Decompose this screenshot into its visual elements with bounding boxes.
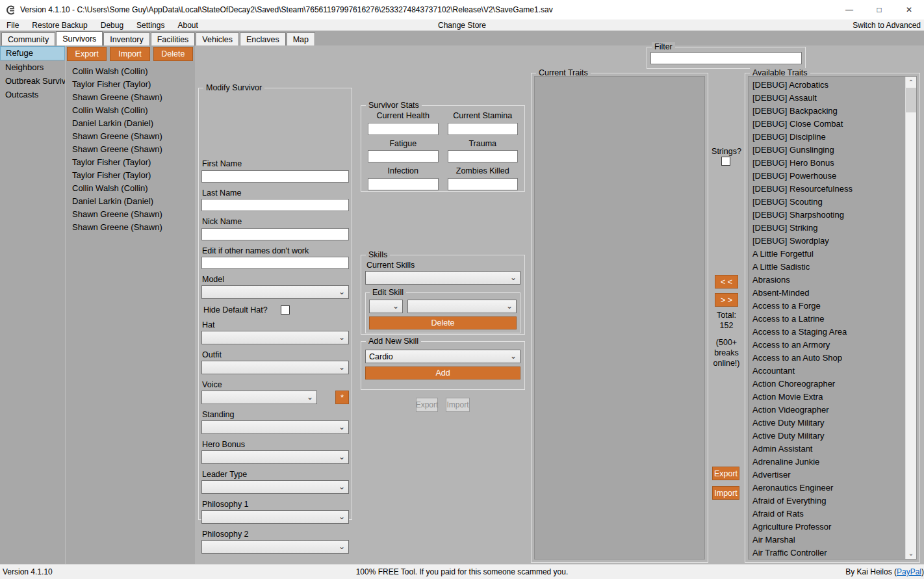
trait-item[interactable]: [DEBUG] Powerhouse [749, 170, 903, 183]
trait-item[interactable]: Absent-Minded [749, 287, 903, 300]
menu-settings[interactable]: Settings [130, 21, 171, 30]
tab-community[interactable]: Community [1, 32, 55, 45]
trait-item[interactable]: [DEBUG] Hero Bonus [749, 157, 903, 170]
move-right-button[interactable]: > > [715, 293, 738, 307]
tab-inventory[interactable]: Inventory [103, 32, 149, 45]
skills-export-button[interactable]: Export [416, 398, 438, 412]
survivor-list-item[interactable]: Shawn Greene (Shawn) [66, 208, 195, 221]
trait-item[interactable]: [DEBUG] Backpacking [749, 105, 903, 118]
add-skill-button[interactable]: Add [365, 367, 520, 380]
standing-dropdown[interactable]: ⌄ [201, 420, 349, 434]
trait-item[interactable]: Access to a Staging Area [749, 326, 903, 339]
stat-input[interactable] [448, 150, 519, 162]
model-dropdown[interactable]: ⌄ [201, 285, 349, 299]
maximize-button[interactable]: □ [864, 0, 894, 19]
tab-facilities[interactable]: Facilities [151, 32, 196, 45]
survivor-list-item[interactable]: Shawn Greene (Shawn) [66, 143, 195, 156]
survivor-list-item[interactable]: Collin Walsh (Collin) [66, 182, 195, 195]
leader-type-dropdown[interactable]: ⌄ [201, 480, 349, 494]
scroll-up-icon[interactable]: ⌃ [906, 77, 916, 88]
last-name-field[interactable] [201, 199, 349, 211]
philosophy1-dropdown[interactable]: ⌄ [201, 510, 349, 524]
tab-vehicles[interactable]: Vehicles [196, 32, 239, 45]
stat-input[interactable] [368, 178, 439, 190]
delete-skill-button[interactable]: Delete [369, 316, 517, 329]
survivor-list-item[interactable]: Shawn Greene (Shawn) [66, 221, 195, 234]
hide-default-hat-checkbox[interactable] [281, 305, 290, 315]
trait-item[interactable]: [DEBUG] Scouting [749, 196, 903, 209]
trait-item[interactable]: Air Marshal [749, 534, 903, 547]
voice-random-button[interactable]: * [335, 391, 349, 404]
survivor-export-button[interactable]: Export [67, 47, 107, 61]
survivor-delete-button[interactable]: Delete [153, 47, 193, 61]
voice-dropdown[interactable]: ⌄ [201, 391, 317, 404]
current-traits-list[interactable] [534, 76, 705, 560]
trait-item[interactable]: Aeronautics Engineer [749, 482, 903, 495]
move-left-button[interactable]: < < [715, 275, 738, 289]
minimize-button[interactable]: — [834, 0, 864, 19]
menu-file[interactable]: File [0, 21, 25, 30]
menu-change-store[interactable]: Change Store [431, 21, 493, 30]
trait-item[interactable]: Afraid of Everything [749, 495, 903, 508]
trait-item[interactable]: [DEBUG] Swordplay [749, 235, 903, 248]
nick-name-field[interactable] [201, 228, 349, 240]
hat-dropdown[interactable]: ⌄ [201, 331, 349, 344]
trait-item[interactable]: Access to a Forge [749, 300, 903, 313]
trait-item[interactable]: A Little Forgetful [749, 248, 903, 261]
trait-item[interactable]: [DEBUG] Assault [749, 92, 903, 105]
first-name-field[interactable] [201, 170, 349, 183]
trait-item[interactable]: [DEBUG] Gunslinging [749, 144, 903, 157]
trait-item[interactable]: Action Movie Extra [749, 391, 903, 404]
tab-survivors[interactable]: Survivors [56, 31, 103, 45]
trait-item[interactable]: Advertiser [749, 469, 903, 482]
scrollbar-thumb[interactable] [906, 88, 916, 112]
trait-item[interactable]: [DEBUG] Sharpshooting [749, 209, 903, 222]
current-skills-dropdown[interactable]: ⌄ [365, 271, 520, 285]
strings-checkbox[interactable] [721, 157, 730, 166]
menu-restore-backup[interactable]: Restore Backup [25, 21, 94, 30]
trait-item[interactable]: Adrenaline Junkie [749, 456, 903, 469]
traits-export-button[interactable]: Export [712, 467, 739, 480]
trait-item[interactable]: [DEBUG] Resourcefulness [749, 183, 903, 196]
stat-input[interactable] [368, 150, 439, 162]
skill-spec-dropdown[interactable]: ⌄ [407, 300, 517, 313]
stat-input[interactable] [368, 123, 439, 135]
trait-item[interactable]: Access to a Latrine [749, 313, 903, 326]
menu-debug[interactable]: Debug [94, 21, 130, 30]
trait-item[interactable]: Admin Assistant [749, 443, 903, 456]
survivor-import-button[interactable]: Import [110, 47, 149, 61]
sidebar-item-outcasts[interactable]: Outcasts [0, 88, 65, 101]
trait-item[interactable]: Active Duty Military [749, 430, 903, 443]
survivor-list-item[interactable]: Daniel Larkin (Daniel) [66, 117, 195, 130]
available-traits-list[interactable]: [DEBUG] Acrobatics [DEBUG] Assault [DEBU… [748, 76, 917, 560]
trait-item[interactable]: Active Duty Military [749, 417, 903, 430]
survivor-list-item[interactable]: Collin Walsh (Collin) [66, 65, 195, 78]
filter-input[interactable] [650, 52, 802, 64]
survivor-list-item[interactable]: Daniel Larkin (Daniel) [66, 195, 195, 208]
stat-input[interactable] [448, 178, 519, 190]
trait-item[interactable]: Access to an Armory [749, 339, 903, 352]
outfit-dropdown[interactable]: ⌄ [201, 361, 349, 374]
survivor-list-item[interactable]: Taylor Fisher (Taylor) [66, 169, 195, 182]
trait-item[interactable]: Action Videographer [749, 404, 903, 417]
close-button[interactable]: ✕ [894, 0, 924, 19]
add-new-skill-dropdown[interactable]: Cardio⌄ [365, 350, 520, 363]
paypal-link[interactable]: PayPal [897, 567, 921, 576]
traits-scrollbar[interactable]: ⌃ ⌄ [905, 77, 916, 559]
stat-input[interactable] [448, 123, 519, 135]
skills-import-button[interactable]: Import [446, 398, 470, 412]
sidebar-item-neighbors[interactable]: Neighbors [0, 61, 65, 74]
trait-item[interactable]: A Little Sadistic [749, 261, 903, 274]
trait-item[interactable]: [DEBUG] Close Combat [749, 118, 903, 131]
skill-level-dropdown[interactable]: ⌄ [369, 300, 403, 313]
traits-import-button[interactable]: Import [712, 486, 739, 500]
menu-about[interactable]: About [171, 21, 204, 30]
trait-item[interactable]: Air Traffic Controller [749, 547, 903, 560]
trait-item[interactable]: [DEBUG] Striking [749, 222, 903, 235]
trait-item[interactable]: Abrasions [749, 274, 903, 287]
sidebar-item-outbreak-survivors[interactable]: Outbreak Survivors [0, 75, 65, 88]
trait-item[interactable]: Afraid of Rats [749, 508, 903, 521]
trait-item[interactable]: [DEBUG] Discipline [749, 131, 903, 144]
scroll-down-icon[interactable]: ⌄ [906, 548, 916, 559]
tab-map[interactable]: Map [287, 32, 315, 45]
